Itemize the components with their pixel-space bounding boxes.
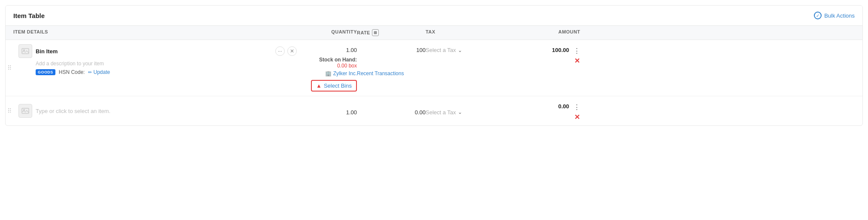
stock-label: Stock on Hand:: [297, 57, 357, 63]
item-table-title: Item Table: [13, 12, 45, 19]
svg-rect-0: [22, 49, 29, 54]
item-options-button[interactable]: ···: [275, 46, 285, 56]
row-options-icon[interactable]: ⋮: [573, 47, 580, 55]
item-image: [18, 44, 32, 58]
item-table-header: Item Table ✓ Bulk Actions: [6, 6, 862, 26]
item-close-button[interactable]: ✕: [287, 46, 297, 56]
item-details-cell-empty: Type or click to select an item.: [13, 104, 297, 118]
tax-placeholder: Select a Tax: [426, 47, 456, 53]
tax-select-empty[interactable]: Select a Tax ⌄: [426, 109, 512, 116]
amount-value-empty: 0.00: [558, 103, 569, 110]
row-delete-icon-empty[interactable]: ✕: [574, 113, 580, 121]
svg-point-1: [23, 49, 25, 51]
row-delete-icon[interactable]: ✕: [574, 57, 580, 65]
quantity-value[interactable]: 1.00: [297, 47, 357, 53]
chevron-down-icon-empty: ⌄: [458, 109, 462, 115]
rate-cell-empty: 0.00: [357, 107, 426, 116]
quantity-cell-empty: 1.00: [297, 107, 357, 116]
warehouse-name[interactable]: Zylker Inc.: [333, 70, 357, 76]
tax-placeholder-empty: Select a Tax: [426, 109, 456, 116]
bulk-actions-label: Bulk Actions: [824, 12, 855, 19]
item-name-row: Bin Item ··· ✕: [18, 44, 297, 58]
svg-rect-2: [22, 108, 29, 113]
warehouse-row: 🏢 Zylker Inc.: [297, 70, 357, 76]
pencil-icon: ✏: [88, 70, 92, 75]
col-header-tax: TAX: [426, 29, 512, 36]
tax-cell: Select a Tax ⌄: [426, 44, 512, 53]
goods-badge: GOODS: [36, 69, 55, 75]
col-header-quantity: QUANTITY: [297, 29, 357, 36]
quantity-cell: 1.00 Stock on Hand: 0.00 box 🏢 Zylker In…: [297, 44, 357, 92]
amount-cell-empty: 0.00 ⋮ ✕: [512, 101, 580, 121]
col-header-item-details: ITEM DETAILS: [13, 29, 297, 36]
empty-item-placeholder[interactable]: Type or click to select an item.: [36, 108, 110, 114]
rate-cell: 100 Recent Transactions: [357, 44, 426, 76]
bulk-actions-button[interactable]: ✓ Bulk Actions: [814, 12, 855, 19]
rate-calculator-icon[interactable]: ⊞: [372, 29, 379, 36]
rate-value[interactable]: 100: [416, 47, 426, 53]
col-header-amount: AMOUNT: [512, 29, 580, 36]
chevron-down-icon: ⌄: [458, 47, 462, 53]
tax-cell-empty: Select a Tax ⌄: [426, 107, 512, 116]
item-name: Bin Item: [36, 48, 272, 55]
item-name-row-empty: Type or click to select an item.: [18, 104, 297, 118]
quantity-value-empty[interactable]: 1.00: [297, 109, 357, 116]
amount-value: 100.00: [552, 47, 569, 53]
recent-transactions-link[interactable]: Recent Transactions: [357, 70, 426, 76]
drag-handle-icon[interactable]: ⠿: [7, 64, 12, 71]
stock-value: 0.00 box: [297, 63, 357, 69]
warehouse-icon: 🏢: [325, 70, 332, 76]
check-circle-icon: ✓: [814, 12, 822, 19]
item-table-container: Item Table ✓ Bulk Actions ITEM DETAILS Q…: [5, 5, 863, 126]
warning-icon: ▲: [316, 82, 322, 89]
drag-handle-icon[interactable]: ⠿: [7, 107, 12, 114]
amount-cell: 100.00 ⋮ ✕: [512, 44, 580, 65]
stock-info: Stock on Hand: 0.00 box: [297, 57, 357, 69]
row-options-icon-empty[interactable]: ⋮: [573, 103, 580, 111]
item-description-placeholder[interactable]: Add a description to your item: [18, 61, 297, 67]
hsn-label: HSN Code:: [59, 69, 85, 75]
svg-point-3: [23, 109, 25, 111]
item-details-cell: Bin Item ··· ✕ Add a description to your…: [13, 44, 297, 75]
item-action-icons: ··· ✕: [275, 46, 297, 56]
column-headers: ITEM DETAILS QUANTITY RATE ⊞ TAX AMOUNT: [6, 26, 862, 40]
row-actions: ⋮ ✕: [573, 47, 580, 65]
table-row: ⠿ Bin Item ··· ✕ Add a description to yo…: [6, 40, 862, 96]
hsn-update-link[interactable]: ✏ Update: [88, 69, 110, 75]
select-bins-label: Select Bins: [324, 82, 352, 89]
rate-value-empty[interactable]: 0.00: [415, 109, 426, 116]
select-bins-button[interactable]: ▲ Select Bins: [311, 80, 357, 92]
table-row: ⠿ Type or click to select an item. 1.00 …: [6, 96, 862, 125]
row-actions-empty: ⋮ ✕: [573, 103, 580, 121]
item-meta-row: GOODS HSN Code: ✏ Update: [18, 69, 297, 75]
item-image-empty: [18, 104, 32, 118]
col-header-rate: RATE ⊞: [357, 29, 426, 36]
tax-select[interactable]: Select a Tax ⌄: [426, 47, 512, 53]
